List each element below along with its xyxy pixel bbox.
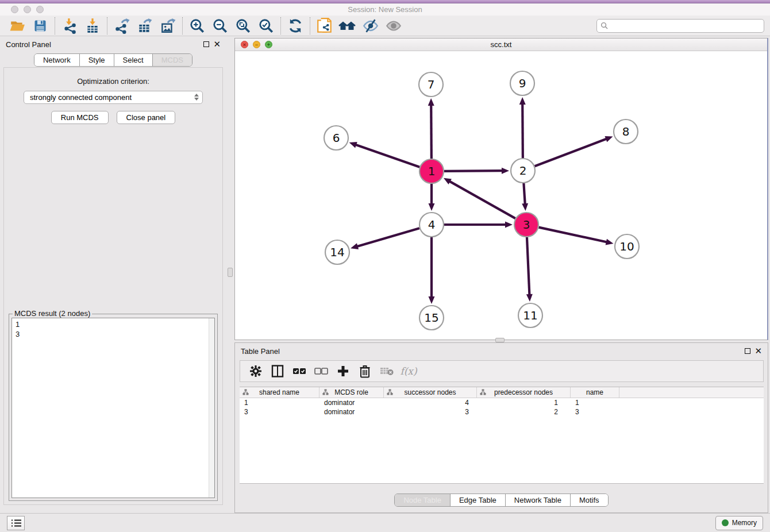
table-cell[interactable]: 1 [571, 398, 619, 407]
zoom-fit-button[interactable] [232, 17, 255, 35]
column-header-MCDS-role[interactable]: MCDS role [319, 387, 384, 398]
column-header-shared-name[interactable]: shared name [240, 387, 319, 398]
table-row[interactable]: 3dominator323 [240, 407, 764, 417]
horizontal-splitter-handle[interactable] [495, 338, 505, 342]
tab-node-table[interactable]: Node Table [395, 494, 450, 506]
delete-table-button[interactable] [377, 363, 396, 380]
column-header-successor-nodes[interactable]: successor nodes [384, 387, 477, 398]
deselect-all-icon [314, 364, 329, 379]
first-neighbors-button[interactable] [336, 17, 359, 35]
zoom-selected-button[interactable] [255, 17, 278, 35]
edge-2-9[interactable] [522, 103, 523, 158]
table-header-row: shared nameMCDS rolesuccessor nodesprede… [240, 387, 764, 398]
save-icon [33, 18, 48, 33]
table-cell[interactable]: 1 [477, 398, 571, 407]
edge-1-2[interactable] [444, 171, 503, 171]
table-settings-button[interactable] [246, 363, 265, 380]
table-cell[interactable]: 4 [384, 398, 477, 407]
run-mcds-button[interactable]: Run MCDS [51, 111, 109, 124]
edge-3-10[interactable] [538, 228, 607, 242]
edge-2-8[interactable] [535, 138, 608, 166]
network-canvas[interactable]: 7968124314101511 [235, 51, 767, 340]
control-panel-tabs: NetworkStyleSelectMCDS [34, 53, 192, 67]
import-network-icon [61, 18, 78, 34]
select-all-button[interactable] [290, 363, 309, 380]
memory-button[interactable]: Memory [715, 516, 763, 530]
tab-network[interactable]: Network [34, 54, 79, 66]
memory-label: Memory [732, 519, 757, 527]
table-body: 1dominator4113dominator323 [240, 398, 764, 417]
edge-arrowhead [526, 294, 533, 302]
deselect-all-button[interactable] [311, 363, 331, 380]
float-table-panel-icon[interactable] [745, 348, 750, 354]
plus-icon [336, 364, 350, 378]
task-history-button[interactable] [7, 516, 25, 530]
edge-3-11[interactable] [527, 237, 530, 296]
table-cell[interactable]: 1 [240, 398, 319, 407]
export-network-button[interactable] [110, 17, 133, 35]
column-header-name[interactable]: name [571, 387, 619, 398]
edge-arrowhead [428, 98, 434, 106]
optimization-criterion-select[interactable]: strongly connected component [24, 91, 203, 104]
show-columns-button[interactable] [268, 363, 287, 380]
tab-network-table[interactable]: Network Table [505, 494, 570, 506]
close-table-panel-icon[interactable]: ✕ [754, 348, 762, 354]
duplicate-network-icon [316, 17, 333, 34]
edge-3-1[interactable] [449, 181, 515, 219]
edge-1-6[interactable] [355, 144, 419, 167]
toolbar-divider [107, 17, 107, 34]
export-image-button[interactable] [156, 17, 179, 35]
graph-node-label: 1 [428, 164, 436, 178]
optimization-criterion-value: strongly connected component [30, 93, 132, 102]
zoom-out-button[interactable] [209, 17, 232, 35]
table-cell[interactable]: 3 [384, 407, 477, 417]
tab-style[interactable]: Style [79, 54, 114, 66]
edge-arrowhead [429, 296, 435, 304]
export-table-button[interactable] [133, 17, 156, 35]
zoom-out-icon [212, 18, 228, 34]
edge-4-14[interactable] [356, 228, 419, 246]
table-row[interactable]: 1dominator411 [240, 398, 764, 407]
result-scrollbar[interactable] [209, 318, 214, 498]
float-panel-icon[interactable] [203, 41, 209, 47]
edge-2-3[interactable] [523, 183, 525, 205]
columns-icon [271, 364, 284, 378]
hide-selected-button[interactable] [359, 17, 382, 35]
close-panel-icon[interactable]: ✕ [213, 41, 221, 47]
function-builder-button[interactable]: f(x) [399, 363, 418, 380]
edge-arrowhead [505, 222, 513, 228]
import-table-button[interactable] [81, 17, 104, 35]
select-stepper-icon [194, 94, 199, 101]
edge-arrowhead [502, 168, 509, 174]
table-cell[interactable]: dominator [319, 398, 384, 407]
close-panel-button[interactable]: Close panel [117, 111, 176, 124]
edge-1-7[interactable] [431, 104, 432, 159]
open-session-button[interactable] [6, 17, 29, 35]
add-row-button[interactable] [333, 363, 353, 380]
status-bar: Memory [0, 513, 770, 532]
export-image-icon [160, 18, 176, 34]
edge-arrowhead [519, 97, 526, 105]
eye-disabled-icon [385, 18, 402, 34]
network-window-title: scc.txt [235, 40, 767, 49]
table-cell[interactable]: 3 [240, 407, 319, 417]
tab-mcds[interactable]: MCDS [152, 54, 192, 66]
refresh-view-button[interactable] [284, 17, 307, 35]
delete-row-button[interactable] [355, 363, 375, 380]
tab-motifs[interactable]: Motifs [570, 494, 608, 506]
tab-edge-table[interactable]: Edge Table [450, 494, 505, 506]
tab-select[interactable]: Select [114, 54, 152, 66]
table-cell[interactable]: dominator [319, 407, 384, 417]
column-header-predecessor-nodes[interactable]: predecessor nodes [477, 387, 571, 398]
show-graphics-details-button[interactable] [382, 17, 405, 35]
export-table-icon [137, 18, 153, 34]
save-session-button[interactable] [29, 17, 52, 35]
mcds-result-text[interactable]: 1 3 [12, 318, 209, 498]
import-network-button[interactable] [58, 17, 81, 35]
search-input[interactable] [611, 22, 760, 30]
table-cell[interactable]: 3 [571, 407, 619, 417]
vertical-splitter-handle[interactable] [228, 268, 233, 277]
table-cell[interactable]: 2 [477, 407, 571, 417]
new-network-from-selection-button[interactable] [313, 17, 336, 35]
zoom-in-button[interactable] [186, 17, 209, 35]
